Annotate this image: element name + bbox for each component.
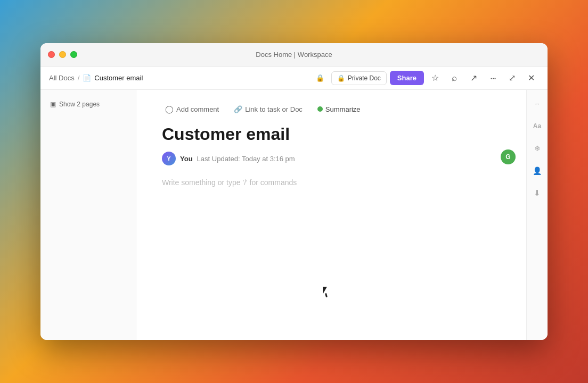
show-pages-button[interactable]: ▣ Show 2 pages (47, 98, 103, 110)
lock-icon: 🔒 (337, 74, 345, 82)
star-button[interactable]: ☆ (427, 70, 443, 86)
comment-icon: ◯ (165, 105, 174, 113)
minimize-button[interactable] (59, 51, 66, 58)
doc-content: ◯ Add comment 🔗 Link to task or Doc Summ… (136, 90, 526, 340)
minimize-window-button[interactable]: ⤢ (504, 70, 520, 86)
link-to-task-button[interactable]: 🔗 Link to task or Doc (231, 103, 306, 115)
doc-placeholder[interactable]: Write something or type '/' for commands (162, 178, 501, 187)
more-button[interactable]: ··· (485, 70, 501, 86)
snowflake-icon[interactable]: ❄ (530, 141, 545, 156)
window-title: Docs Home | Workspace (256, 51, 332, 59)
share-lock-icon[interactable]: 🔒 (312, 70, 328, 86)
maximize-button[interactable] (70, 51, 77, 58)
app-window: Docs Home | Workspace All Docs / 📄 Custo… (40, 43, 548, 340)
private-doc-button[interactable]: 🔒 Private Doc (331, 71, 387, 85)
add-comment-button[interactable]: ◯ Add comment (162, 103, 222, 115)
breadcrumb-all-docs[interactable]: All Docs (49, 74, 75, 82)
breadcrumb: All Docs / 📄 Customer email (49, 74, 308, 82)
summarize-button[interactable]: Summarize (314, 103, 364, 115)
search-button[interactable]: ⌕ (446, 70, 462, 86)
breadcrumb-separator: / (78, 74, 80, 82)
main-area: ▣ Show 2 pages ◯ Add comment 🔗 Link to t… (40, 90, 548, 340)
ai-assistant-icon[interactable]: G (501, 149, 516, 164)
titlebar: Docs Home | Workspace (40, 43, 548, 66)
font-size-icon[interactable]: Aa (530, 119, 545, 134)
toolbar-right: 🔒 🔒 Private Doc Share ☆ ⌕ ↗ ··· ⤢ ✕ (312, 70, 539, 86)
expand-icon[interactable]: ↔ (530, 96, 545, 111)
author-avatar: Y (162, 152, 176, 165)
doc-icon: 📄 (83, 74, 91, 82)
nav-toolbar: All Docs / 📄 Customer email 🔒 🔒 Private … (40, 66, 548, 90)
link-icon: 🔗 (234, 105, 242, 113)
download-icon[interactable]: ⬇ (530, 186, 545, 201)
export-button[interactable]: ↗ (466, 70, 481, 86)
doc-meta: Y You Last Updated: Today at 3:16 pm (162, 152, 501, 165)
left-sidebar: ▣ Show 2 pages (40, 90, 136, 340)
share-button[interactable]: Share (390, 71, 424, 85)
collaborators-icon[interactable]: 👤 (530, 163, 545, 178)
traffic-lights (48, 51, 77, 58)
pages-icon: ▣ (50, 101, 56, 108)
breadcrumb-current: Customer email (94, 74, 143, 82)
add-comment-label: Add comment (176, 105, 219, 113)
summarize-dot (317, 106, 323, 112)
last-updated: Last Updated: Today at 3:16 pm (197, 155, 295, 163)
private-doc-label: Private Doc (348, 74, 381, 82)
doc-action-toolbar: ◯ Add comment 🔗 Link to task or Doc Summ… (162, 103, 501, 115)
summarize-label: Summarize (325, 105, 361, 113)
right-sidebar: ↔ Aa ❄ 👤 ⬇ (526, 90, 548, 340)
close-window-button[interactable]: ✕ (523, 70, 539, 86)
author-name: You (180, 155, 193, 163)
doc-title[interactable]: Customer email (162, 124, 501, 144)
show-pages-label: Show 2 pages (59, 101, 100, 108)
close-button[interactable] (48, 51, 55, 58)
link-label: Link to task or Doc (245, 105, 303, 113)
